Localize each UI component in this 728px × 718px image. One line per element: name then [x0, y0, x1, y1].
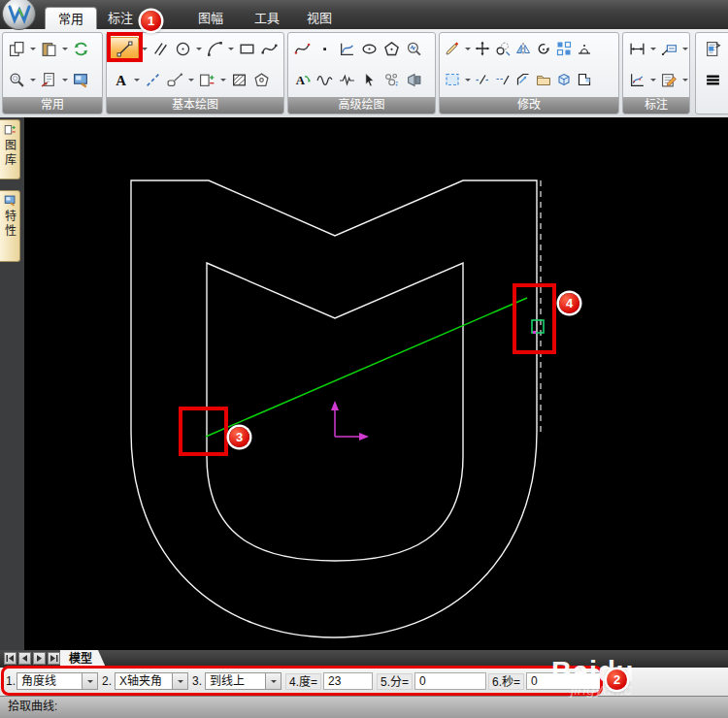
clip-button[interactable] [534, 68, 553, 92]
mirror-button[interactable] [513, 37, 533, 61]
model-tab[interactable]: 模型 [60, 650, 106, 668]
copy-object-button[interactable] [493, 37, 513, 61]
paste-special-dropdown-caret[interactable] [218, 68, 227, 92]
seconds-label: 6.秒= [488, 673, 524, 690]
preview-button[interactable] [6, 68, 27, 92]
leader-dropdown-caret[interactable] [186, 68, 195, 92]
degrees-input[interactable] [323, 672, 373, 690]
tab-view[interactable]: 视图 [297, 7, 342, 29]
polygon-button[interactable] [381, 37, 402, 61]
curve-button[interactable] [291, 37, 313, 61]
break-line-button[interactable] [336, 68, 357, 92]
select-dropdown-caret[interactable] [463, 68, 472, 92]
select-button[interactable] [443, 68, 462, 92]
function-curve-button[interactable] [336, 37, 357, 61]
app-logo-button[interactable] [2, 0, 36, 30]
line-dropdown-caret[interactable] [140, 37, 149, 61]
text-button[interactable] [110, 68, 131, 92]
paste-special-button[interactable] [196, 68, 217, 92]
endpoint-mode-dropdown-arrow[interactable] [265, 673, 281, 689]
angle-reference-dropdown[interactable]: X轴夹角 [115, 672, 188, 690]
rectangle-button[interactable] [236, 37, 257, 61]
preview-dropdown-caret[interactable] [28, 68, 37, 92]
trim-button[interactable] [473, 68, 492, 92]
display-style-button[interactable] [70, 68, 91, 92]
point-button[interactable] [314, 37, 335, 61]
axis-dim-button[interactable] [626, 68, 647, 92]
dim-edit-dropdown-caret[interactable] [680, 68, 689, 92]
formula-curve-button[interactable] [403, 37, 424, 61]
sketch-line-button[interactable] [142, 68, 163, 92]
increment-text-button[interactable] [291, 68, 313, 92]
view3d-button[interactable] [554, 68, 574, 92]
seconds-input[interactable] [526, 672, 602, 690]
rotate-button[interactable] [534, 37, 553, 61]
menu-button[interactable] [703, 68, 724, 92]
step2-badge: 2 [607, 669, 627, 690]
move-button[interactable] [473, 37, 492, 61]
text-dropdown-caret[interactable] [132, 68, 141, 92]
ribbon-group-common: 常用 [2, 32, 103, 114]
last-page-icon [50, 654, 58, 663]
ellipse-button[interactable] [358, 37, 380, 61]
first-page-button[interactable] [4, 652, 17, 665]
insert-file-button[interactable] [38, 68, 59, 92]
copy-dropdown-caret[interactable] [28, 37, 37, 61]
axis-dim-dropdown-caret[interactable] [648, 68, 657, 92]
extend-button[interactable] [493, 68, 513, 92]
form-button[interactable] [703, 37, 724, 61]
last-page-button[interactable] [48, 652, 60, 665]
parallel-line-button[interactable] [149, 37, 171, 61]
hatch-button[interactable] [228, 68, 249, 92]
next-page-button[interactable] [33, 652, 46, 665]
tab-annotate[interactable]: 标注 [99, 7, 142, 29]
line-type-dropdown[interactable]: 角度线 [17, 672, 98, 690]
endpoint-mode-dropdown[interactable]: 到线上 [205, 672, 281, 690]
paste-button[interactable] [38, 37, 59, 61]
circle-button[interactable] [172, 37, 193, 61]
ribbon: 常用 基本绘图 [0, 29, 728, 117]
group-label-modify: 修改 [440, 97, 618, 114]
titlebar: 常用 标注 图幅 工具 视图 [0, 0, 728, 29]
angle-reference-dropdown-arrow[interactable] [172, 673, 187, 689]
angle-construction-line[interactable] [206, 298, 527, 437]
status-prompt: 拾取曲线: [8, 700, 57, 713]
arc-dropdown-caret[interactable] [226, 37, 235, 61]
erase-dropdown-caret[interactable] [463, 37, 472, 61]
array-button[interactable] [554, 37, 574, 61]
line-type-dropdown-arrow[interactable] [82, 673, 97, 689]
circle-dropdown-caret[interactable] [194, 37, 203, 61]
refresh-button[interactable] [70, 37, 91, 61]
tab-tools[interactable]: 工具 [245, 7, 289, 29]
tab-home[interactable]: 常用 [45, 7, 97, 29]
arc-button[interactable] [204, 37, 225, 61]
linear-dim-dropdown-caret[interactable] [648, 37, 657, 61]
spline-button[interactable] [258, 37, 280, 61]
insert-dropdown-caret[interactable] [60, 68, 69, 92]
linear-dim-button[interactable] [626, 37, 647, 61]
line-tool-button[interactable] [110, 37, 139, 61]
coordinate-dim-dropdown-caret[interactable] [680, 37, 689, 61]
pointer-button[interactable] [358, 68, 380, 92]
coordinate-dim-button[interactable] [658, 37, 679, 61]
scale-button[interactable] [575, 37, 594, 61]
drawing-canvas[interactable] [24, 117, 728, 650]
leader-button[interactable] [164, 68, 185, 92]
copy-button[interactable] [6, 37, 27, 61]
wave-line-button[interactable] [314, 68, 335, 92]
first-page-icon [6, 654, 15, 663]
paste-dropdown-caret[interactable] [60, 37, 69, 61]
sidebar-tab-properties[interactable]: 特性 [0, 190, 20, 262]
chamfer-button[interactable] [513, 68, 533, 92]
tag-button[interactable] [250, 68, 272, 92]
erase-button[interactable] [443, 37, 462, 61]
minutes-input[interactable] [414, 672, 486, 690]
corner-button[interactable] [575, 68, 594, 92]
sidebar-tab-library[interactable]: 图库 [0, 119, 20, 180]
bubble-button[interactable] [381, 68, 402, 92]
snap-point-dot [533, 331, 536, 334]
dim-edit-button[interactable] [658, 68, 679, 92]
tab-sheet[interactable]: 图幅 [188, 7, 233, 29]
solid-preview-button[interactable] [403, 68, 424, 92]
prev-page-button[interactable] [18, 652, 31, 665]
